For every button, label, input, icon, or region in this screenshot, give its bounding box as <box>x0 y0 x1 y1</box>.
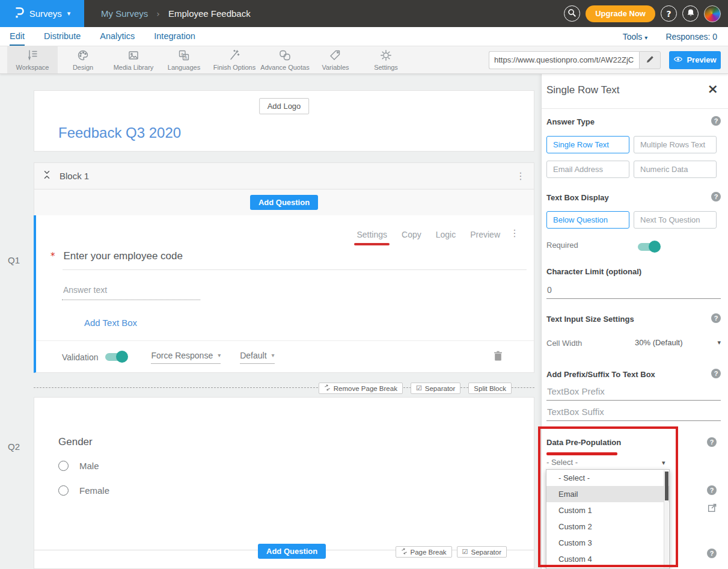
question-text-q2[interactable]: Gender <box>58 436 93 448</box>
dropdown-option-select[interactable]: - Select - <box>546 470 669 486</box>
question-card-q2: Gender Male Female Add Question Page Bre… <box>34 397 534 569</box>
remove-page-break-button[interactable]: Remove Page Break <box>319 383 403 394</box>
survey-nav-right: Tools▾ Responses: 0 <box>623 27 717 46</box>
checkbox-checked-icon: ☑ <box>416 384 422 392</box>
chevron-down-icon[interactable]: ▾ <box>662 459 665 467</box>
dropdown-option-custom3[interactable]: Custom 3 <box>546 535 669 551</box>
block-menu-icon[interactable]: ⋮ <box>516 171 525 181</box>
add-logo-button[interactable]: Add Logo <box>259 98 310 114</box>
survey-title[interactable]: Feedback Q3 2020 <box>58 125 181 141</box>
tools-menu[interactable]: Tools▾ <box>623 32 648 42</box>
separator-button-top[interactable]: ☑ Separator <box>411 383 460 394</box>
tab-edit[interactable]: Edit <box>10 27 25 46</box>
required-toggle[interactable] <box>638 243 659 251</box>
help-icon[interactable]: ? <box>711 313 721 323</box>
collapse-block-icon[interactable] <box>43 170 51 182</box>
option-next-to-question[interactable]: Next To Question <box>634 211 717 229</box>
question-action-tabs: Settings Copy Logic Preview <box>356 230 500 239</box>
chevron-down-icon: ▾ <box>67 10 71 17</box>
tag-icon <box>329 49 342 62</box>
toolbar-item-languages[interactable]: aA Languages <box>159 46 209 73</box>
toolbar-item-media-library[interactable]: Media Library <box>108 46 159 73</box>
cell-width-value[interactable]: 30% (Default) <box>635 338 682 347</box>
textbox-suffix-input[interactable] <box>546 406 721 421</box>
data-pre-population-select[interactable]: - Select - <box>546 458 578 467</box>
tab-integration[interactable]: Integration <box>154 27 195 46</box>
question-menu-icon[interactable]: ⋮ <box>510 229 519 238</box>
tab-question-settings[interactable]: Settings <box>356 230 387 239</box>
product-switcher[interactable]: Surveys ▾ <box>0 0 84 27</box>
validation-label: Validation <box>62 352 98 362</box>
page-break-controls: Remove Page Break ☑ Separator Split Bloc… <box>319 383 512 394</box>
user-avatar[interactable] <box>704 5 721 22</box>
help-icon[interactable]: ? <box>707 549 717 558</box>
upgrade-now-button[interactable]: Upgrade Now <box>586 5 655 22</box>
question-text-q1[interactable]: Enter your employee code <box>64 250 183 262</box>
radio-button-icon[interactable] <box>58 485 69 496</box>
dropdown-option-custom4[interactable]: Custom 4 <box>546 551 669 567</box>
add-question-button-top[interactable]: Add Question <box>250 195 318 210</box>
toolbar-item-variables[interactable]: Variables <box>310 46 361 73</box>
validation-row: Validation Force Response ▾ Default ▾ <box>36 340 534 373</box>
prefix-suffix-label: Add Prefix/Suffix To Text Box <box>546 370 655 379</box>
validation-default-select[interactable]: Default ▾ <box>240 351 274 364</box>
tab-analytics[interactable]: Analytics <box>100 27 135 46</box>
help-icon[interactable]: ? <box>707 437 717 447</box>
option-below-question[interactable]: Below Question <box>546 211 629 229</box>
external-link-icon[interactable] <box>707 503 717 515</box>
responses-count[interactable]: Responses: 0 <box>665 32 717 42</box>
toolbar-item-advance-quotas[interactable]: Advance Quotas <box>260 46 310 73</box>
add-text-box-link[interactable]: Add Text Box <box>84 318 137 328</box>
question-text-row: * Enter your employee code <box>50 250 183 262</box>
delete-question-icon[interactable] <box>494 351 503 363</box>
help-icon[interactable]: ? <box>711 192 721 201</box>
help-button[interactable]: ? <box>661 5 677 22</box>
edit-url-button[interactable] <box>639 51 661 69</box>
answer-text-input[interactable] <box>62 285 200 300</box>
tab-question-logic[interactable]: Logic <box>436 230 456 239</box>
scrollbar-thumb[interactable] <box>665 472 668 500</box>
gear-icon <box>379 49 393 62</box>
translate-icon: aA <box>177 49 191 62</box>
breadcrumb-my-surveys[interactable]: My Surveys <box>101 8 148 19</box>
dropdown-option-custom2[interactable]: Custom 2 <box>546 518 669 535</box>
separator-button-bottom[interactable]: ☑ Separator <box>457 546 507 558</box>
preview-button[interactable]: Preview <box>669 51 721 69</box>
image-icon <box>127 49 140 62</box>
option-email-address[interactable]: Email Address <box>546 161 629 178</box>
required-asterisk: * <box>50 251 55 262</box>
textbox-prefix-input[interactable] <box>546 386 721 401</box>
radio-button-icon[interactable] <box>58 461 69 471</box>
dropdown-option-custom1[interactable]: Custom 1 <box>546 502 669 518</box>
tab-question-preview[interactable]: Preview <box>470 230 500 239</box>
chevron-down-icon: ▾ <box>644 34 647 41</box>
help-icon[interactable]: ? <box>711 369 721 378</box>
panel-divider <box>542 108 728 109</box>
split-block-button[interactable]: Split Block <box>468 383 512 394</box>
tab-question-copy[interactable]: Copy <box>402 230 421 239</box>
character-limit-input[interactable] <box>546 284 721 299</box>
dropdown-option-email[interactable]: Email <box>546 486 669 502</box>
toolbar-item-settings[interactable]: Settings <box>361 46 411 73</box>
page-break-button[interactable]: Page Break <box>396 546 452 558</box>
product-name: Surveys <box>29 8 62 19</box>
toolbar-item-workspace[interactable]: Workspace <box>7 46 58 73</box>
close-icon[interactable]: × <box>708 82 718 96</box>
add-question-button-bottom[interactable]: Add Question <box>258 544 326 559</box>
help-icon[interactable]: ? <box>707 485 717 495</box>
validation-toggle[interactable] <box>105 353 127 361</box>
option-numeric-data[interactable]: Numeric Data <box>634 161 717 178</box>
toolbar-item-design[interactable]: Design <box>58 46 108 73</box>
block-title[interactable]: Block 1 <box>60 171 89 181</box>
option-multiple-rows-text[interactable]: Multiple Rows Text <box>634 136 717 153</box>
dropdown-scrollbar[interactable] <box>664 470 668 568</box>
tab-distribute[interactable]: Distribute <box>44 27 81 46</box>
chevron-down-icon[interactable]: ▾ <box>717 339 721 346</box>
notifications-button[interactable] <box>682 5 699 22</box>
toolbar-item-finish-options[interactable]: Finish Options <box>209 46 260 73</box>
survey-url-input[interactable] <box>489 51 639 69</box>
option-single-row-text[interactable]: Single Row Text <box>546 136 629 153</box>
force-response-select[interactable]: Force Response ▾ <box>151 351 221 364</box>
search-button[interactable] <box>564 5 580 22</box>
help-icon[interactable]: ? <box>711 116 721 126</box>
